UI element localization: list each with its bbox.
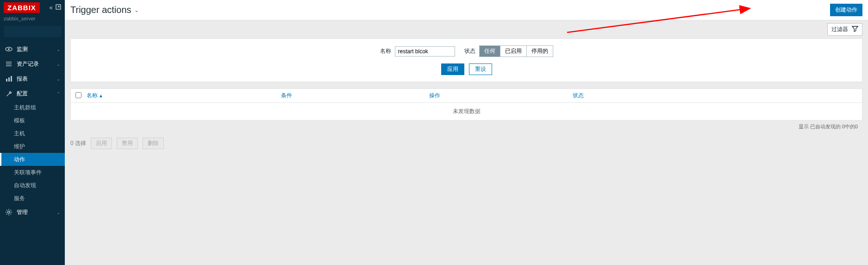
status-any[interactable]: 任何: [480, 46, 500, 57]
filter-bar: 过滤器: [65, 20, 868, 38]
page-header: Trigger actions ⌄ 创建动作: [65, 0, 868, 20]
no-data-row: 未发现数据: [71, 103, 862, 120]
page-title[interactable]: Trigger actions ⌄: [70, 5, 139, 15]
sidebar: ZABBIX « zabbix_server 监测 ⌄ 资产记录 ⌄: [0, 0, 65, 265]
filter-status-label: 状态: [464, 47, 475, 55]
col-name[interactable]: 名称▲: [87, 92, 281, 100]
server-name: zabbix_server: [0, 15, 65, 24]
select-all-checkbox[interactable]: [75, 92, 81, 98]
chart-icon: [5, 75, 13, 82]
svg-point-4: [8, 48, 10, 50]
collapse-icon[interactable]: «: [49, 4, 53, 11]
sub-hosts[interactable]: 主机: [0, 127, 65, 140]
nav-monitor-label: 监测: [17, 45, 28, 53]
svg-rect-9: [8, 77, 10, 82]
sub-correlation[interactable]: 关联项事件: [0, 166, 65, 179]
col-conditions[interactable]: 条件: [281, 92, 429, 100]
sub-services[interactable]: 服务: [0, 192, 65, 205]
brand-logo: ZABBIX: [4, 2, 40, 13]
list-icon: [5, 60, 13, 68]
nav-config-label: 配置: [17, 90, 28, 98]
bulk-disable-button[interactable]: 禁用: [117, 138, 138, 149]
chevron-up-icon: ⌃: [56, 91, 60, 96]
nav-monitor[interactable]: 监测 ⌄: [0, 42, 65, 57]
sidebar-search[interactable]: [4, 26, 61, 37]
nav-inventory[interactable]: 资产记录 ⌄: [0, 57, 65, 71]
status-segments: 任何 已启用 停用的: [479, 45, 553, 57]
create-action-button[interactable]: 创建动作: [830, 4, 862, 16]
sub-maintenance[interactable]: 维护: [0, 140, 65, 153]
actions-table: 名称▲ 条件 操作 状态 未发现数据: [70, 88, 862, 120]
sub-hostgroups[interactable]: 主机群组: [0, 101, 65, 114]
bulk-enable-button[interactable]: 启用: [91, 138, 112, 149]
nav-admin[interactable]: 管理 ⌄: [0, 205, 65, 220]
chevron-down-icon: ⌄: [56, 62, 60, 67]
apply-button[interactable]: 应用: [441, 63, 464, 75]
table-footer-count: 显示 已自动发现的 0中的0: [70, 120, 862, 133]
status-enabled[interactable]: 已启用: [500, 46, 527, 57]
filter-status-field: 状态 任何 已启用 停用的: [464, 45, 553, 57]
gear-icon: [5, 208, 13, 216]
nav-admin-label: 管理: [17, 208, 28, 216]
filter-panel: 名称 状态 任何 已启用 停用的 应用 重设: [70, 38, 862, 82]
wrench-icon: [5, 90, 13, 97]
nav-config[interactable]: 配置 ⌃: [0, 86, 65, 101]
filter-name-label: 名称: [380, 47, 391, 55]
chevron-down-icon: ⌄: [134, 7, 139, 13]
filter-toggle[interactable]: 过滤器: [827, 23, 862, 36]
chevron-down-icon: ⌄: [56, 76, 60, 82]
chevron-down-icon: ⌄: [56, 47, 60, 52]
bulk-delete-button[interactable]: 删除: [143, 138, 164, 149]
expand-frame-icon[interactable]: [56, 4, 61, 11]
reset-button[interactable]: 重设: [469, 63, 492, 75]
filter-name-input[interactable]: [395, 46, 455, 57]
sort-asc-icon: ▲: [99, 93, 103, 98]
bulk-actions: 0 选择 启用 禁用 删除: [70, 138, 862, 149]
nav-reports-label: 报表: [17, 75, 28, 83]
funnel-icon: [852, 25, 858, 33]
col-operations[interactable]: 操作: [429, 92, 573, 100]
col-status[interactable]: 状态: [573, 92, 857, 100]
nav-reports[interactable]: 报表 ⌄: [0, 71, 65, 86]
table-head: 名称▲ 条件 操作 状态: [71, 89, 862, 103]
chevron-right-icon: ›: [59, 157, 60, 162]
sub-actions[interactable]: 动作›: [0, 153, 65, 166]
sub-discovery[interactable]: 自动发现: [0, 179, 65, 192]
eye-icon: [5, 45, 13, 53]
logo-row: ZABBIX «: [0, 0, 65, 15]
svg-rect-8: [6, 79, 7, 82]
selected-count: 0 选择: [70, 139, 86, 147]
nav-inventory-label: 资产记录: [17, 60, 39, 68]
svg-rect-10: [11, 76, 12, 82]
chevron-down-icon: ⌄: [56, 210, 60, 215]
main-content: Trigger actions ⌄ 创建动作 过滤器 名称 状态: [65, 0, 868, 265]
svg-point-11: [8, 211, 10, 214]
filter-name-field: 名称: [380, 46, 455, 57]
status-disabled[interactable]: 停用的: [527, 46, 553, 57]
sub-templates[interactable]: 模板: [0, 114, 65, 127]
